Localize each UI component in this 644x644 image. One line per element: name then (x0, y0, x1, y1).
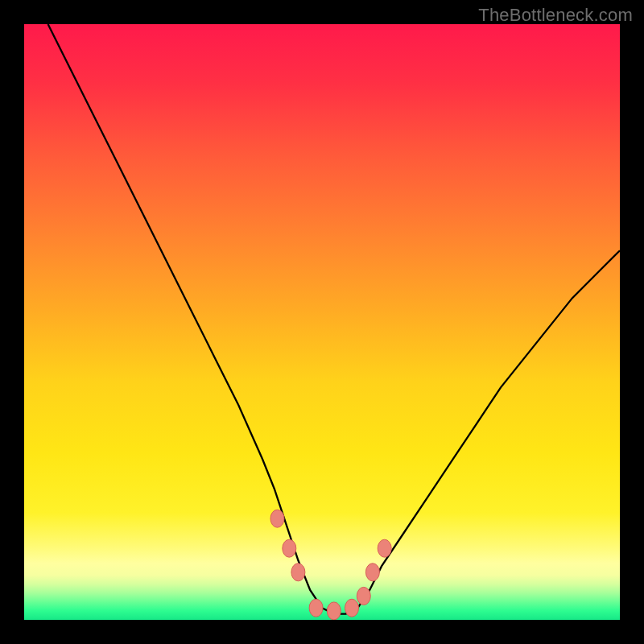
watermark-text: TheBottleneck.com (478, 5, 633, 26)
marker-point (283, 539, 296, 557)
marker-point (345, 599, 359, 617)
marker-point (378, 539, 391, 557)
curve-layer (24, 24, 620, 620)
marker-group (270, 510, 391, 620)
marker-point (357, 587, 370, 605)
marker-point (270, 510, 284, 527)
chart-frame: TheBottleneck.com (0, 0, 644, 644)
marker-point (309, 599, 323, 617)
plot-area (24, 24, 620, 620)
marker-point (291, 564, 305, 581)
bottleneck-curve (48, 24, 620, 614)
marker-point (327, 602, 341, 620)
marker-point (365, 564, 379, 581)
